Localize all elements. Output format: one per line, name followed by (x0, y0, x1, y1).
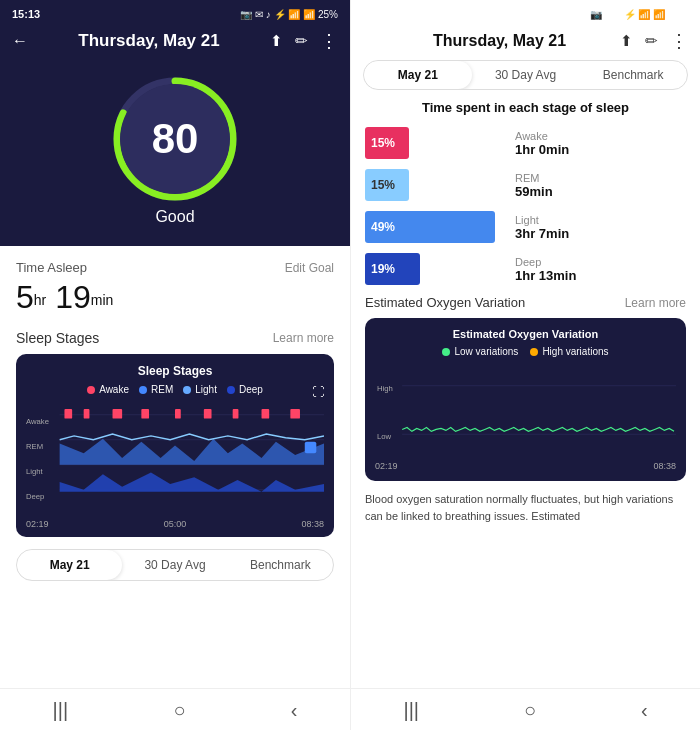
light-info: Light 3hr 7min (515, 214, 569, 241)
time-asleep-value: 5hr 19min (16, 279, 334, 316)
oxygen-times: 02:19 08:38 (375, 461, 676, 471)
rem-label: REM (151, 384, 173, 395)
left-body: Time Asleep Edit Goal 5hr 19min Sleep St… (0, 246, 350, 688)
chart-time-mid: 05:00 (164, 519, 187, 529)
oxygen-description: Blood oxygen saturation normally fluctua… (365, 491, 686, 524)
stage-row-deep: 19% Deep 1hr 13min (365, 253, 686, 285)
svg-rect-13 (141, 409, 149, 419)
oxygen-time-end: 08:38 (653, 461, 676, 471)
time-asleep-label: Time Asleep (16, 260, 87, 275)
rem-stage-name: REM (515, 172, 553, 184)
oxygen-chart-title: Estimated Oxygen Variation (375, 328, 676, 340)
svg-text:Light: Light (26, 467, 44, 476)
legend-awake: Awake (87, 384, 129, 395)
left-bottom-nav: ||| ○ ‹ (0, 688, 350, 730)
light-bar-container: 49% (365, 211, 505, 243)
left-page-title: Thursday, May 21 (78, 31, 219, 51)
oxygen-learn-more[interactable]: Learn more (625, 296, 686, 310)
svg-rect-14 (175, 409, 181, 419)
high-var-dot (530, 348, 538, 356)
right-status-text: 📷 ✉ ♪ ⚡ 📶 📶 25% (590, 9, 688, 20)
home-icon-right[interactable]: ||| (403, 699, 419, 722)
oxygen-chart-wrapper: High Low (375, 365, 676, 459)
stage-row-light: 49% Light 3hr 7min (365, 211, 686, 243)
left-nav-icons: ⬆ ✏ ⋮ (270, 30, 338, 52)
score-value: 80 (152, 115, 199, 163)
score-label: Good (155, 208, 194, 226)
share-icon-right[interactable]: ⬆ (620, 32, 633, 50)
right-status-bar: 15:13 📷 ✉ ♪ ⚡ 📶 📶 25% (363, 8, 688, 20)
deep-dot (227, 386, 235, 394)
left-status-icons: 📷 ✉ ♪ ⚡ 📶 📶 25% (240, 9, 338, 20)
right-status-icons: 📷 ✉ ♪ ⚡ 📶 📶 25% (590, 9, 688, 20)
left-panel: 15:13 📷 ✉ ♪ ⚡ 📶 📶 25% ← Thursday, May 21… (0, 0, 350, 730)
svg-text:REM: REM (26, 442, 43, 451)
tab-may21-right[interactable]: May 21 (364, 61, 472, 89)
score-section: 80 Good (0, 64, 350, 246)
awake-info: Awake 1hr 0min (515, 130, 569, 157)
awake-bar: 15% (365, 127, 409, 159)
circle-icon-left[interactable]: ○ (173, 699, 185, 722)
tab-30day-left[interactable]: 30 Day Avg (122, 550, 227, 580)
awake-label: Awake (99, 384, 129, 395)
score-inner: 80 (120, 84, 230, 194)
share-icon-left[interactable]: ⬆ (270, 32, 283, 50)
left-nav-bar: ← Thursday, May 21 ⬆ ✏ ⋮ (12, 26, 338, 60)
edit-icon-right[interactable]: ✏ (645, 32, 658, 50)
svg-text:Low: Low (377, 432, 392, 441)
svg-rect-11 (84, 409, 90, 419)
oxygen-header-row: Estimated Oxygen Variation Learn more (365, 295, 686, 310)
svg-text:Deep: Deep (26, 492, 44, 501)
rem-bar: 15% (365, 169, 409, 201)
legend-deep: Deep (227, 384, 263, 395)
circle-icon-right[interactable]: ○ (524, 699, 536, 722)
deep-stage-name: Deep (515, 256, 576, 268)
rem-pct: 15% (371, 178, 395, 192)
awake-bar-container: 15% (365, 127, 505, 159)
legend-rem: REM (139, 384, 173, 395)
notification-icon: 📷 ✉ ♪ ⚡ 📶 📶 25% (240, 9, 338, 20)
light-bar: 49% (365, 211, 495, 243)
rem-bar-container: 15% (365, 169, 505, 201)
sleep-chart-legend: Awake REM Light Deep (26, 384, 324, 395)
back-button-right[interactable]: ← (363, 32, 379, 50)
tab-may21-left[interactable]: May 21 (17, 550, 122, 580)
light-stage-time: 3hr 7min (515, 226, 569, 241)
svg-rect-10 (64, 409, 72, 419)
back-icon-left[interactable]: ‹ (291, 699, 298, 722)
chart-time-end: 08:38 (301, 519, 324, 529)
oxygen-section: Estimated Oxygen Variation Learn more Es… (365, 295, 686, 524)
right-header: 15:13 📷 ✉ ♪ ⚡ 📶 📶 25% ← Thursday, May 21… (351, 0, 700, 100)
light-stage-name: Light (515, 214, 569, 226)
sleep-chart-box: Sleep Stages Awake REM Light Deep (16, 354, 334, 537)
tab-benchmark-left[interactable]: Benchmark (228, 550, 333, 580)
edit-goal-link[interactable]: Edit Goal (285, 261, 334, 275)
low-var-dot (442, 348, 450, 356)
low-var-label: Low variations (454, 346, 518, 357)
rem-dot (139, 386, 147, 394)
sleep-stages-label: Sleep Stages (16, 330, 99, 346)
oxygen-time-start: 02:19 (375, 461, 398, 471)
legend-light: Light (183, 384, 217, 395)
time-asleep-row: Time Asleep Edit Goal (16, 260, 334, 275)
tab-30day-right[interactable]: 30 Day Avg (472, 61, 580, 89)
more-icon-right[interactable]: ⋮ (670, 30, 688, 52)
expand-icon[interactable]: ⛶ (312, 385, 324, 399)
right-tabs: May 21 30 Day Avg Benchmark (363, 60, 688, 90)
sleep-stages-learn-more[interactable]: Learn more (273, 331, 334, 345)
home-icon-left[interactable]: ||| (53, 699, 69, 722)
svg-text:Awake: Awake (26, 417, 49, 426)
chart-time-start: 02:19 (26, 519, 49, 529)
back-button-left[interactable]: ← (12, 32, 28, 50)
legend-high-var: High variations (530, 346, 608, 357)
rem-stage-time: 59min (515, 184, 553, 199)
awake-dot (87, 386, 95, 394)
sleep-stage-chart: Awake REM Light Deep (26, 403, 324, 513)
right-bottom-nav: ||| ○ ‹ (351, 688, 700, 730)
more-icon-left[interactable]: ⋮ (320, 30, 338, 52)
back-icon-right[interactable]: ‹ (641, 699, 648, 722)
oxygen-label: Estimated Oxygen Variation (365, 295, 525, 310)
edit-icon-left[interactable]: ✏ (295, 32, 308, 50)
tab-benchmark-right[interactable]: Benchmark (579, 61, 687, 89)
deep-info: Deep 1hr 13min (515, 256, 576, 283)
